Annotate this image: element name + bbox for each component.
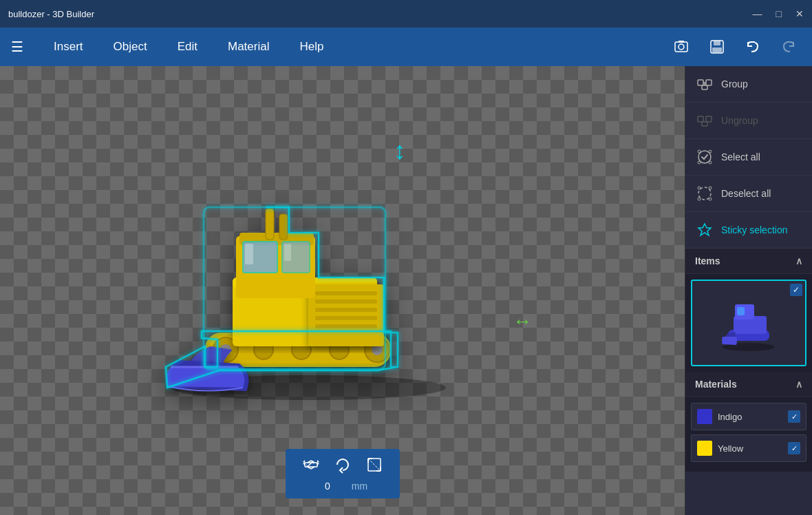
bulldozer-model[interactable] xyxy=(164,188,467,411)
main-layout: ↕ ← ↔ xyxy=(0,66,812,515)
svg-rect-23 xyxy=(315,324,377,328)
materials-collapse-icon[interactable]: ∧ xyxy=(795,379,802,390)
svg-text:⤢: ⤢ xyxy=(305,457,315,471)
move-icon[interactable]: ⤢ xyxy=(302,456,320,478)
svg-point-52 xyxy=(709,187,712,189)
materials-label: Materials xyxy=(695,379,737,390)
yellow-swatch xyxy=(697,441,712,456)
sticky-selection-icon xyxy=(695,220,714,240)
bottom-toolbar: ⤢ xyxy=(286,449,400,498)
material-yellow[interactable]: Yellow ✓ xyxy=(691,434,806,462)
save-button[interactable] xyxy=(705,34,729,59)
app-title: bulldozer - 3D Builder xyxy=(8,9,94,19)
indigo-label: Indigo xyxy=(718,412,782,422)
undo-button[interactable] xyxy=(740,34,765,59)
material-indigo[interactable]: Indigo ✓ xyxy=(691,403,806,430)
materials-section: Indigo ✓ Yellow ✓ xyxy=(685,397,812,472)
svg-rect-28 xyxy=(245,244,253,264)
sticky-selection-button[interactable]: Sticky selection xyxy=(685,212,812,249)
items-label: Items xyxy=(695,255,720,266)
menu-help[interactable]: Help xyxy=(286,34,337,59)
indigo-check: ✓ xyxy=(788,410,800,423)
toolbar-right xyxy=(669,34,801,59)
rotate-icon[interactable] xyxy=(334,456,352,478)
svg-rect-43 xyxy=(706,116,712,122)
svg-rect-44 xyxy=(702,122,707,126)
group-button[interactable]: Group xyxy=(685,66,812,103)
svg-point-1 xyxy=(679,44,684,50)
toolbar-values: 0 mm xyxy=(317,481,367,492)
select-all-button[interactable]: Select all xyxy=(685,139,812,176)
svg-rect-37 xyxy=(698,80,703,85)
select-all-icon xyxy=(695,147,714,167)
redo-button[interactable] xyxy=(776,34,801,59)
transform-value: 0 xyxy=(317,481,338,492)
items-collapse-icon[interactable]: ∧ xyxy=(795,255,802,266)
move-right-arrow[interactable]: ↔ xyxy=(513,311,532,333)
close-button[interactable]: ✕ xyxy=(795,8,804,19)
item-check: ✓ xyxy=(790,284,802,296)
menu-material[interactable]: Material xyxy=(214,34,283,59)
move-up-arrow[interactable]: ↕ xyxy=(394,138,406,163)
title-bar: bulldozer - 3D Builder — □ ✕ xyxy=(0,0,812,28)
select-all-label: Select all xyxy=(721,151,760,162)
svg-rect-39 xyxy=(702,85,707,90)
hamburger-menu[interactable]: ☰ xyxy=(11,39,23,55)
materials-section-header: Materials ∧ xyxy=(685,372,812,397)
item-card-bulldozer[interactable]: ✓ xyxy=(691,280,806,366)
svg-rect-30 xyxy=(266,209,274,240)
settings-button[interactable] xyxy=(669,34,694,59)
toolbar-icons: ⤢ xyxy=(302,456,383,478)
group-icon xyxy=(695,74,714,94)
yellow-check: ✓ xyxy=(788,442,800,454)
svg-rect-0 xyxy=(675,42,687,52)
svg-point-54 xyxy=(709,198,712,200)
viewport[interactable]: ↕ ← ↔ xyxy=(0,66,685,515)
svg-rect-60 xyxy=(737,307,745,315)
svg-point-51 xyxy=(698,187,701,189)
items-section-header: Items ∧ xyxy=(685,249,812,274)
svg-point-47 xyxy=(709,150,712,153)
sticky-selection-label: Sticky selection xyxy=(721,224,787,235)
window-controls: — □ ✕ xyxy=(753,8,804,19)
svg-rect-38 xyxy=(706,80,712,85)
svg-rect-19 xyxy=(315,291,377,295)
svg-rect-4 xyxy=(714,41,720,45)
deselect-all-button[interactable]: Deselect all xyxy=(685,176,812,212)
yellow-label: Yellow xyxy=(718,443,782,454)
svg-rect-5 xyxy=(712,48,722,52)
svg-rect-31 xyxy=(279,214,288,240)
menu-object[interactable]: Object xyxy=(100,34,161,59)
menu-edit[interactable]: Edit xyxy=(164,34,211,59)
scale-icon[interactable] xyxy=(365,456,383,478)
svg-rect-20 xyxy=(315,299,377,304)
svg-line-36 xyxy=(368,459,381,471)
menu-insert[interactable]: Insert xyxy=(40,34,97,59)
ungroup-icon xyxy=(695,111,714,130)
svg-rect-21 xyxy=(315,308,377,312)
item-thumbnail xyxy=(696,285,801,361)
svg-rect-29 xyxy=(284,244,291,261)
svg-rect-22 xyxy=(315,316,377,320)
svg-point-53 xyxy=(698,198,701,200)
menu-bar: ☰ Insert Object Edit Material Help xyxy=(0,28,812,66)
right-panel: Group Ungroup xyxy=(685,66,812,515)
svg-marker-55 xyxy=(698,224,711,235)
items-section: ✓ xyxy=(685,274,812,372)
svg-point-48 xyxy=(698,161,701,164)
svg-point-46 xyxy=(698,150,701,153)
svg-rect-2 xyxy=(679,41,684,43)
maximize-button[interactable]: □ xyxy=(776,8,782,19)
transform-unit: mm xyxy=(352,481,367,492)
indigo-swatch xyxy=(697,409,712,424)
ungroup-button[interactable]: Ungroup xyxy=(685,103,812,139)
deselect-all-label: Deselect all xyxy=(721,188,771,199)
deselect-all-icon xyxy=(695,184,714,203)
svg-point-49 xyxy=(709,161,712,164)
ungroup-label: Ungroup xyxy=(721,115,758,126)
group-label: Group xyxy=(721,78,748,90)
minimize-button[interactable]: — xyxy=(753,8,762,19)
svg-rect-42 xyxy=(698,116,703,122)
